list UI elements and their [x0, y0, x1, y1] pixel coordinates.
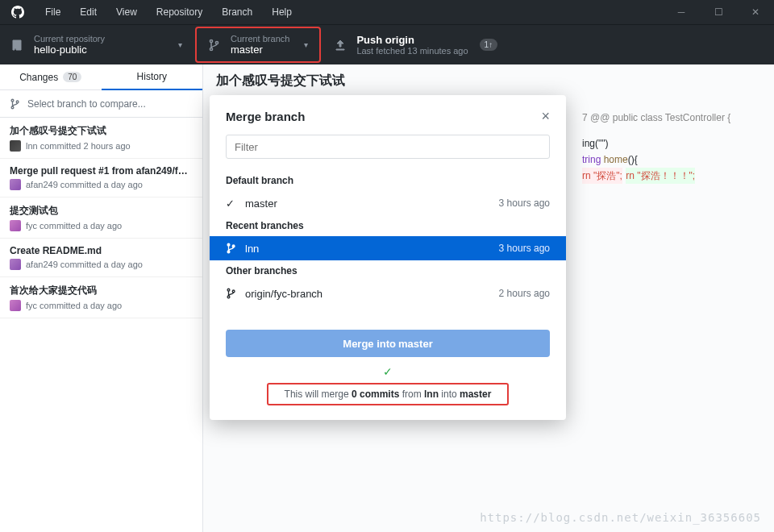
avatar: [10, 300, 21, 311]
avatar: [10, 179, 21, 190]
svg-point-5: [16, 100, 19, 102]
repo-value: hello-public: [34, 44, 105, 56]
branch-time: 2 hours ago: [499, 288, 550, 299]
window-maximize-button[interactable]: ☐: [700, 0, 737, 24]
menu-repository[interactable]: Repository: [147, 0, 212, 24]
svg-point-10: [227, 296, 230, 298]
menu-help[interactable]: Help: [262, 0, 302, 24]
tab-changes[interactable]: Changes 70: [0, 64, 102, 90]
commit-meta: afan249 committed a day ago: [10, 179, 193, 190]
commit-title: Merge pull request #1 from afan249/fyc..…: [10, 165, 193, 177]
tab-changes-label: Changes: [19, 72, 58, 83]
push-origin-button[interactable]: Push origin Last fetched 13 minutes ago …: [322, 25, 516, 64]
menu-file[interactable]: File: [35, 0, 70, 24]
svg-point-8: [232, 245, 235, 247]
svg-point-6: [227, 243, 230, 246]
push-value: Last fetched 13 minutes ago: [356, 46, 468, 56]
commit-detail-title: 加个感叹号提交下试试: [203, 64, 774, 94]
branch-icon: [10, 98, 21, 110]
branch-time: 3 hours ago: [499, 197, 550, 209]
svg-point-9: [227, 289, 230, 291]
branch-icon: [208, 39, 221, 52]
toolbar: Current repository hello-public ▾ Curren…: [0, 24, 774, 64]
section-default-branch: Default branch: [210, 170, 566, 191]
current-branch-selector[interactable]: Current branch master ▾: [195, 27, 321, 63]
svg-point-11: [232, 290, 235, 293]
branch-icon: [226, 243, 237, 254]
svg-point-1: [210, 48, 212, 50]
branch-time: 3 hours ago: [499, 243, 550, 254]
menu-view[interactable]: View: [106, 0, 147, 24]
commit-meta: afan249 committed a day ago: [10, 259, 193, 270]
commit-meta: lnn committed 2 hours ago: [10, 140, 193, 152]
merge-btn-pre: Merge into: [343, 338, 396, 350]
svg-point-2: [215, 41, 218, 44]
changes-count-badge: 70: [63, 72, 81, 82]
select-branch-compare[interactable]: Select branch to compare...: [0, 90, 202, 118]
section-other-branches: Other branches: [210, 260, 566, 281]
commit-item[interactable]: 首次给大家提交代码fyc committed a day ago: [0, 277, 202, 318]
chevron-down-icon: ▾: [289, 40, 308, 49]
check-icon: ✓: [226, 197, 239, 210]
push-badge: 1↑: [480, 39, 498, 51]
branch-label: Current branch: [231, 34, 289, 44]
avatar: [10, 259, 21, 270]
avatar: [10, 140, 21, 152]
tab-history[interactable]: History: [102, 64, 203, 90]
diff-view: 7 @@ public class TestController { ing("…: [582, 110, 768, 184]
commit-title: 加个感叹号提交下试试: [10, 124, 193, 138]
branch-name: lnn: [245, 243, 499, 255]
section-recent-branches: Recent branches: [210, 215, 566, 236]
modal-title: Merge branch: [226, 110, 541, 123]
window-close-button[interactable]: ✕: [737, 0, 774, 24]
branch-name: master: [245, 197, 499, 210]
branch-row-lnn[interactable]: lnn 3 hours ago: [210, 236, 566, 260]
push-icon: [334, 39, 347, 52]
commit-item[interactable]: 加个感叹号提交下试试lnn committed 2 hours ago: [0, 118, 202, 159]
merge-branch-modal: Merge branch × Default branch ✓ master 3…: [210, 95, 566, 420]
merge-into-master-button[interactable]: Merge into master: [226, 330, 550, 357]
chevron-down-icon: ▾: [164, 40, 182, 49]
branch-name: origin/fyc-branch: [245, 288, 499, 300]
window-minimize-button[interactable]: ─: [663, 0, 700, 24]
push-label: Push origin: [356, 34, 468, 46]
menu-edit[interactable]: Edit: [70, 0, 106, 24]
sidebar: Changes 70 History Select branch to comp…: [0, 64, 203, 532]
current-repository-selector[interactable]: Current repository hello-public ▾: [0, 25, 194, 64]
branch-row-master[interactable]: ✓ master 3 hours ago: [210, 191, 566, 215]
branch-row-origin-fyc[interactable]: origin/fyc-branch 2 hours ago: [210, 281, 566, 305]
svg-point-7: [227, 251, 230, 253]
commit-meta: fyc committed a day ago: [10, 300, 193, 311]
commit-list: 加个感叹号提交下试试lnn committed 2 hours agoMerge…: [0, 118, 202, 318]
branch-icon: [226, 288, 237, 299]
close-icon[interactable]: ×: [541, 108, 550, 125]
svg-point-0: [210, 39, 212, 42]
commit-title: 提交测试包: [10, 204, 193, 218]
commit-item[interactable]: 提交测试包fyc committed a day ago: [0, 197, 202, 239]
repo-icon: [11, 39, 24, 52]
avatar: [10, 220, 21, 231]
watermark: https://blog.csdn.net/weixin_36356605: [480, 511, 761, 524]
merge-btn-target: master: [398, 338, 433, 350]
commit-title: 首次给大家提交代码: [10, 284, 193, 297]
branch-filter-input[interactable]: [226, 135, 550, 159]
compare-placeholder: Select branch to compare...: [27, 98, 146, 110]
menu-branch[interactable]: Branch: [212, 0, 262, 24]
svg-point-3: [11, 99, 14, 102]
titlebar: File Edit View Repository Branch Help ─ …: [0, 0, 774, 24]
commit-item[interactable]: Create README.mdafan249 committed a day …: [0, 239, 202, 277]
check-icon: ✓: [210, 365, 566, 378]
commit-item[interactable]: Merge pull request #1 from afan249/fyc..…: [0, 159, 202, 197]
github-logo-icon: [11, 6, 24, 19]
commit-title: Create README.md: [10, 245, 193, 256]
merge-summary-message: This will merge 0 commits from lnn into …: [267, 383, 509, 405]
branch-value: master: [231, 44, 289, 56]
svg-point-4: [11, 106, 14, 108]
repo-label: Current repository: [34, 34, 105, 44]
commit-meta: fyc committed a day ago: [10, 220, 193, 231]
